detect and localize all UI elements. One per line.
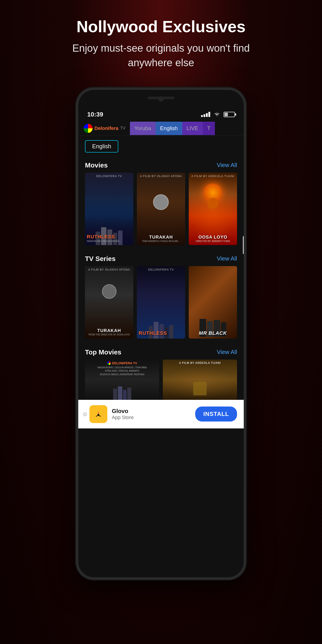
tab-english-label: English	[160, 125, 178, 131]
tv-series-view-all-button[interactable]: View All	[217, 255, 237, 262]
movie-ruthless-title: RUTHLESS	[87, 234, 132, 240]
tv-series-grid: A FILM BY OLANIVI AFONA TURAKAH FROM THE…	[85, 266, 237, 338]
tab-live[interactable]: LIVE	[182, 122, 203, 135]
tab-yoruba-label: Yoruba	[134, 125, 151, 131]
ad-info-icon: ⓘ	[83, 412, 87, 417]
signal-bar-2	[204, 114, 205, 117]
status-bar: 10:39	[78, 108, 244, 121]
filter-section: English	[78, 136, 244, 157]
ad-app-source: App Store	[112, 414, 191, 420]
ad-app-icon	[90, 405, 107, 423]
movies-section-header: Movies View All	[85, 157, 237, 173]
phone-frame: 10:39 Delonifera TV	[76, 88, 246, 580]
ad-banner: ⓘ Glovo App Store INSTALL	[78, 400, 244, 428]
english-filter-button[interactable]: English	[85, 140, 118, 152]
logo-tv-text: TV	[120, 126, 126, 130]
movie-card-turakah[interactable]: A FILM BY OLANIVI AFONA TURAKAH FEMI ADE…	[137, 173, 185, 245]
tv-card-ruthless[interactable]: DELONIFERA TV RUTHLESS	[137, 266, 185, 338]
content-area: Movies View All DELONIFERA TV	[78, 157, 244, 400]
tv-turakah-tag: A FILM BY OLANIVI AFONA	[85, 268, 133, 271]
tab-english[interactable]: English	[156, 122, 182, 135]
tab-t[interactable]: T	[203, 122, 215, 135]
movies-view-all-button[interactable]: View All	[217, 162, 237, 168]
status-icons	[201, 111, 235, 118]
ad-info-text: Glovo App Store	[112, 408, 191, 420]
battery-fill	[224, 113, 228, 116]
movie-oosa-tag: A FILM BY ADEKOLA TIJANI	[189, 174, 237, 178]
signal-bar-3	[206, 113, 208, 117]
scroll-indicator	[243, 236, 244, 254]
nav-tabs: Yoruba English LIVE T	[130, 122, 240, 135]
top-movies-grid: DELONIFERA TV NADIA BUARI | SEGUN ARINZE…	[85, 360, 237, 400]
nav-bar: Delonifera TV Yoruba English LIVE T	[78, 121, 244, 136]
movie-oosa-title: OOSA LOYO	[190, 234, 235, 240]
page-subtitle: Enjoy must-see originals you won't find …	[60, 41, 262, 70]
logo-icon	[84, 124, 92, 133]
top-delonifera-tag: DELONIFERA TV	[112, 361, 137, 365]
movie-ruthless-tag: DELONIFERA TV	[85, 174, 133, 178]
movie-card-ruthless[interactable]: DELONIFERA TV RUTHLESS NADIA BUARI | SEG…	[85, 173, 133, 245]
tab-yoruba[interactable]: Yoruba	[130, 122, 156, 135]
tv-turakah-title: TURAKAH	[87, 328, 132, 333]
tab-live-label: LIVE	[187, 125, 198, 131]
ad-app-name: Glovo	[112, 408, 191, 414]
tv-ruthless-title: RUTHLESS	[139, 330, 183, 336]
top-movie-card-delonifera[interactable]: DELONIFERA TV NADIA BUARI | SEGUN ARINZE…	[85, 360, 159, 400]
top-movie-card-adekola[interactable]: A FILM BY ADEKOLA TIJANI	[163, 360, 237, 400]
install-button[interactable]: INSTALL	[195, 406, 237, 422]
tv-ruthless-tag: DELONIFERA TV	[137, 268, 185, 271]
top-adekola-tag: A FILM BY ADEKOLA TIJANI	[163, 361, 237, 364]
tv-card-mr-black[interactable]: Mr Black	[189, 266, 237, 338]
signal-bars-icon	[201, 112, 210, 117]
tv-mr-black-title: Mr Black	[190, 330, 235, 336]
signal-bar-4	[208, 112, 210, 117]
wifi-icon	[214, 111, 220, 118]
top-movies-view-all-button[interactable]: View All	[217, 348, 237, 356]
speaker	[148, 96, 174, 99]
top-movies-section-title: Top Movies	[85, 348, 122, 356]
tv-series-section-header: TV Series View All	[85, 250, 237, 266]
signal-bar-1	[201, 115, 203, 117]
tv-series-section-title: TV Series	[85, 255, 116, 262]
movies-section-title: Movies	[85, 162, 108, 169]
movie-turakah-title: TURAKAH	[139, 234, 183, 240]
status-time: 10:39	[87, 111, 103, 118]
movie-card-oosa-loyo[interactable]: A FILM BY ADEKOLA TIJANI OOSA LOYO DIREC…	[189, 173, 237, 245]
tv-card-turakah[interactable]: A FILM BY OLANIVI AFONA TURAKAH FROM THE…	[85, 266, 133, 338]
movies-grid: DELONIFERA TV RUTHLESS NADIA BUARI | SEG…	[85, 173, 237, 245]
tab-t-label: T	[207, 125, 211, 131]
nav-logo[interactable]: Delonifera TV	[82, 121, 127, 136]
movie-turakah-tag: A FILM BY OLANIVI AFONA	[137, 174, 185, 178]
top-movies-section-header: Top Movies View All	[85, 344, 237, 360]
logo-text: Delonifera	[94, 126, 118, 131]
phone-notch	[78, 90, 244, 108]
page-title: Nollywood Exclusives	[76, 18, 246, 36]
battery-icon	[224, 112, 235, 117]
